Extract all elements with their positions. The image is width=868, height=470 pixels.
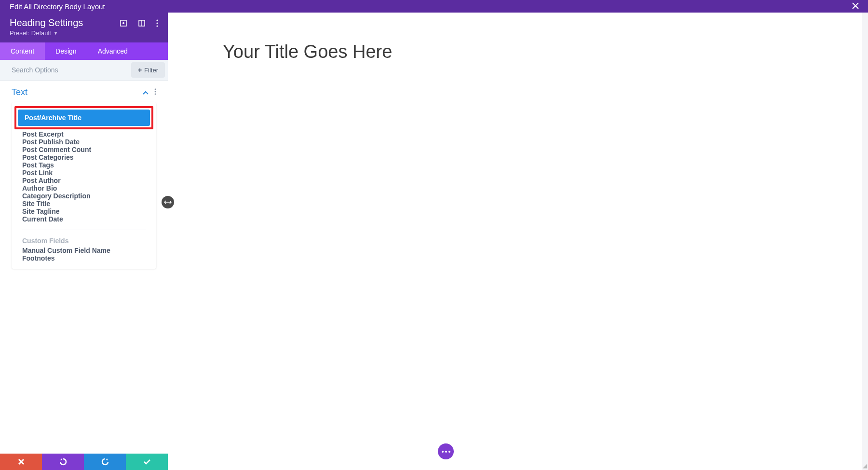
option-item[interactable]: Post/Archive Title	[18, 110, 150, 126]
preview-heading[interactable]: Your Title Goes Here	[168, 13, 868, 62]
undo-button[interactable]	[42, 454, 84, 470]
check-icon	[143, 459, 151, 465]
module-title: Heading Settings	[10, 17, 83, 28]
search-input[interactable]	[0, 60, 131, 80]
tab-advanced[interactable]: Advanced	[87, 42, 138, 60]
dot-icon	[448, 451, 450, 453]
divider	[22, 230, 146, 230]
option-item[interactable]: Post Author	[12, 177, 156, 184]
x-icon	[18, 458, 25, 465]
option-item[interactable]: Site Tagline	[12, 207, 156, 215]
plus-icon: +	[138, 66, 142, 74]
cancel-button[interactable]	[0, 454, 42, 470]
chevron-up-icon[interactable]	[143, 88, 149, 97]
option-item[interactable]: Post Link	[12, 169, 156, 177]
bottom-bar	[0, 454, 168, 470]
highlighted-option: Post/Archive Title	[14, 106, 153, 129]
panel-resize-handle[interactable]	[162, 196, 174, 208]
preset-label: Preset: Default	[10, 29, 51, 37]
section-more-icon[interactable]	[154, 88, 156, 97]
dot-icon	[445, 451, 447, 453]
section-header[interactable]: Text	[0, 81, 168, 102]
tabs: ContentDesignAdvanced	[0, 42, 168, 60]
option-item[interactable]: Manual Custom Field Name	[12, 247, 156, 254]
columns-icon[interactable]	[138, 19, 146, 27]
close-button[interactable]	[848, 1, 863, 12]
option-item[interactable]: Post Excerpt	[12, 130, 156, 138]
option-item[interactable]: Post Tags	[12, 161, 156, 169]
svg-point-4	[156, 19, 158, 21]
svg-point-8	[155, 91, 156, 92]
canvas: Your Title Goes Here	[168, 13, 868, 470]
window-resize-grip[interactable]: ◢	[863, 462, 867, 469]
options-panel: Text Post/Archive TitlePost ExcerptPost …	[0, 81, 168, 454]
section-title: Text	[12, 87, 27, 97]
tab-content[interactable]: Content	[0, 42, 45, 60]
option-item[interactable]: Post Categories	[12, 153, 156, 161]
sidebar: Heading Settings Preset: Default ▼ Conte…	[0, 0, 168, 470]
save-button[interactable]	[126, 454, 168, 470]
option-item[interactable]: Author Bio	[12, 184, 156, 192]
resize-horizontal-icon	[164, 200, 172, 205]
dot-icon	[442, 451, 444, 453]
expand-icon[interactable]	[120, 19, 127, 27]
filter-label: Filter	[144, 67, 158, 74]
redo-icon	[101, 457, 109, 466]
topbar-title: Edit All Directory Body Layout	[10, 2, 105, 11]
caret-down-icon: ▼	[54, 31, 58, 36]
svg-point-6	[156, 25, 158, 27]
svg-point-1	[122, 22, 124, 24]
option-item[interactable]: Footnotes	[12, 254, 156, 262]
undo-icon	[59, 457, 68, 466]
preset-dropdown[interactable]: Preset: Default ▼	[0, 29, 168, 42]
scrollbar[interactable]	[862, 13, 868, 470]
option-item[interactable]: Category Description	[12, 192, 156, 200]
svg-point-9	[155, 93, 156, 95]
custom-fields-header: Custom Fields	[12, 237, 156, 247]
svg-point-7	[155, 88, 156, 90]
close-icon	[852, 2, 859, 10]
more-icon[interactable]	[156, 19, 158, 27]
filter-button[interactable]: + Filter	[131, 62, 165, 78]
svg-point-5	[156, 22, 158, 24]
redo-button[interactable]	[84, 454, 126, 470]
search-row: + Filter	[0, 60, 168, 81]
option-item[interactable]: Site Title	[12, 200, 156, 207]
topbar: Edit All Directory Body Layout	[0, 0, 868, 13]
option-item[interactable]: Post Publish Date	[12, 138, 156, 146]
option-list: Post/Archive TitlePost ExcerptPost Publi…	[12, 102, 156, 269]
page-options-fab[interactable]	[438, 443, 454, 459]
option-item[interactable]: Post Comment Count	[12, 146, 156, 153]
tab-design[interactable]: Design	[45, 42, 87, 60]
option-item[interactable]: Current Date	[12, 215, 156, 223]
